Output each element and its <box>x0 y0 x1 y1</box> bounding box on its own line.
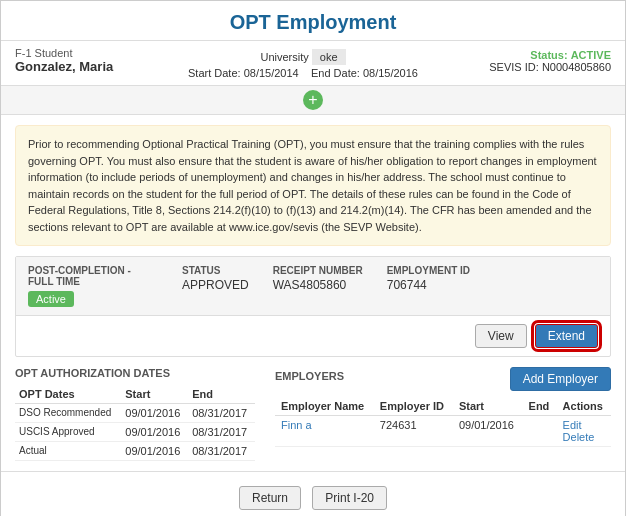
add-circle-button[interactable]: + <box>303 90 323 110</box>
opt-date-row: USCIS Approved 09/01/2016 08/31/2017 <box>15 423 255 442</box>
employers-title: Employers <box>275 370 344 382</box>
employer-row: Finn a 724631 09/01/2016 Edit Delete <box>275 416 611 447</box>
return-button[interactable]: Return <box>239 486 301 510</box>
opt-row-start: 09/01/2016 <box>121 404 188 423</box>
employment-info-block: Status APPROVED Receipt Number WAS480586… <box>182 265 598 292</box>
receipt-item-label: Receipt Number <box>273 265 363 276</box>
extend-button[interactable]: Extend <box>535 324 598 348</box>
opt-row-end: 08/31/2017 <box>188 442 255 461</box>
footer-buttons: Return Print I-20 <box>1 471 625 516</box>
emp-col-id: Employer ID <box>374 397 453 416</box>
employers-section: Employers Add Employer Employer Name Emp… <box>275 367 611 461</box>
employment-actions: View Extend <box>16 316 610 356</box>
end-date: 08/15/2016 <box>363 67 418 79</box>
student-header: F-1 Student Gonzalez, Maria University o… <box>1 41 625 86</box>
page-title: OPT Employment <box>1 1 625 41</box>
receipt-item: Receipt Number WAS4805860 <box>273 265 363 292</box>
employer-end <box>523 416 557 447</box>
opt-date-row: Actual 09/01/2016 08/31/2017 <box>15 442 255 461</box>
lower-section: OPT AUTHORIZATION DATES OPT Dates Start … <box>15 367 611 461</box>
student-type-label: F-1 Student <box>15 47 175 59</box>
sevis-label: SEVIS ID: <box>489 61 539 73</box>
opt-row-end: 08/31/2017 <box>188 404 255 423</box>
opt-col-start: Start <box>121 385 188 404</box>
student-info-block: F-1 Student Gonzalez, Maria <box>15 47 175 74</box>
end-label: End Date: <box>311 67 360 79</box>
edit-link[interactable]: Edit <box>563 419 582 431</box>
employers-top: Employers Add Employer <box>275 367 611 391</box>
employers-table: Employer Name Employer ID Start End Acti… <box>275 397 611 447</box>
opt-row-end: 08/31/2017 <box>188 423 255 442</box>
emp-id-label: Employment ID <box>387 265 470 276</box>
employer-actions: Edit Delete <box>557 416 611 447</box>
dates-row: Start Date: 08/15/2014 End Date: 08/15/2… <box>175 67 431 79</box>
emp-col-start: Start <box>453 397 523 416</box>
delete-link[interactable]: Delete <box>563 431 595 443</box>
emp-id-item: Employment ID 706744 <box>387 265 470 292</box>
emp-col-name: Employer Name <box>275 397 374 416</box>
employment-section: POST-COMPLETION - FULL TIME Active Statu… <box>15 256 611 357</box>
opt-dates-title: OPT AUTHORIZATION DATES <box>15 367 255 379</box>
status-block: Status: ACTIVE SEVIS ID: N0004805860 <box>431 47 611 73</box>
opt-row-start: 09/01/2016 <box>121 423 188 442</box>
student-name: Gonzalez, Maria <box>15 59 175 74</box>
university-label: University <box>260 51 308 63</box>
status-item: Status APPROVED <box>182 265 249 292</box>
status-active: Status: ACTIVE <box>431 49 611 61</box>
opt-row-label: USCIS Approved <box>15 423 121 442</box>
employment-type-block: POST-COMPLETION - FULL TIME Active <box>28 265 158 307</box>
add-button-row: + <box>1 86 625 115</box>
notice-box: Prior to recommending Optional Practical… <box>15 125 611 246</box>
opt-row-start: 09/01/2016 <box>121 442 188 461</box>
status-item-label: Status <box>182 265 249 276</box>
status-label: Status: <box>530 49 567 61</box>
opt-dates-table: OPT Dates Start End DSO Recommended 09/0… <box>15 385 255 461</box>
university-block: University oke Start Date: 08/15/2014 En… <box>175 47 431 79</box>
start-date: 08/15/2014 <box>244 67 299 79</box>
emp-col-actions: Actions <box>557 397 611 416</box>
opt-date-row: DSO Recommended 09/01/2016 08/31/2017 <box>15 404 255 423</box>
employer-name[interactable]: Finn a <box>275 416 374 447</box>
employer-start: 09/01/2016 <box>453 416 523 447</box>
print-i20-button[interactable]: Print I-20 <box>312 486 387 510</box>
opt-col-type: OPT Dates <box>15 385 121 404</box>
opt-col-end: End <box>188 385 255 404</box>
sevis-id-value: N0004805860 <box>542 61 611 73</box>
view-button[interactable]: View <box>475 324 527 348</box>
sevis-id: SEVIS ID: N0004805860 <box>431 61 611 73</box>
emp-id-value: 706744 <box>387 278 427 292</box>
add-employer-button[interactable]: Add Employer <box>510 367 611 391</box>
employer-id: 724631 <box>374 416 453 447</box>
emp-col-end: End <box>523 397 557 416</box>
opt-dates-section: OPT AUTHORIZATION DATES OPT Dates Start … <box>15 367 255 461</box>
active-badge: Active <box>28 291 74 307</box>
employment-type-label: POST-COMPLETION - FULL TIME <box>28 265 158 287</box>
status-value: ACTIVE <box>571 49 611 61</box>
employment-header: POST-COMPLETION - FULL TIME Active Statu… <box>16 257 610 316</box>
opt-row-label: Actual <box>15 442 121 461</box>
status-item-value: APPROVED <box>182 278 249 292</box>
start-label: Start Date: <box>188 67 241 79</box>
receipt-item-value: WAS4805860 <box>273 278 347 292</box>
university-name: oke <box>312 49 346 65</box>
opt-row-label: DSO Recommended <box>15 404 121 423</box>
